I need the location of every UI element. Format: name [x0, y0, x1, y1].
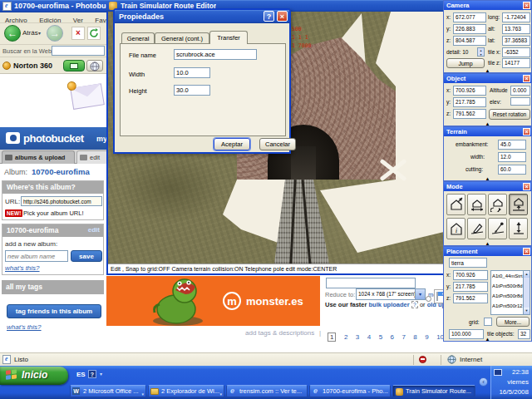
- altitude-field[interactable]: 0.000: [510, 86, 530, 96]
- uploader-radio[interactable]: [426, 296, 431, 302]
- pick-url-link[interactable]: Pick your album URL!: [23, 209, 84, 217]
- start-button[interactable]: Inicio: [0, 367, 68, 385]
- embankment-field[interactable]: 45.0: [498, 140, 526, 150]
- mode-rotate-object-button[interactable]: [488, 194, 507, 215]
- placement-z-field[interactable]: 791.562: [453, 293, 488, 303]
- dialog-close-button[interactable]: ×: [277, 11, 288, 22]
- forward-button[interactable]: →: [47, 25, 63, 42]
- page-4[interactable]: 4: [367, 333, 371, 341]
- dialog-tab-transfer[interactable]: Transfer: [209, 31, 248, 44]
- placement-panel-titlebar[interactable]: Placement: [444, 247, 531, 256]
- object-z-field[interactable]: 791.562: [453, 109, 486, 119]
- group-dropdown-icon[interactable]: ▾: [141, 389, 144, 397]
- list-scrollbar[interactable]: ▲ ▼: [523, 271, 530, 314]
- cutting-field[interactable]: 60.0: [498, 165, 526, 175]
- taskbar-button-trensim[interactable]: e trensim.com :: Ver te...: [226, 385, 308, 397]
- page-2[interactable]: 2: [344, 333, 347, 341]
- norton-globe-button[interactable]: [86, 60, 103, 71]
- whats-this-link-2[interactable]: what's this?: [7, 323, 42, 331]
- mode-terrain-sample-button[interactable]: [488, 218, 507, 239]
- object-close-icon[interactable]: ×: [523, 75, 530, 82]
- back-dropdown-icon[interactable]: ▾: [38, 30, 41, 36]
- reduce-dropdown[interactable]: 1024 x 768 (17" screen) ▾: [356, 288, 426, 300]
- taskbar-button-explorer[interactable]: 2 Explorador de Wi... ▾: [148, 385, 224, 397]
- page-current[interactable]: 1: [328, 332, 336, 342]
- display-tray-icon[interactable]: [494, 369, 502, 376]
- back-label[interactable]: Atrás: [22, 29, 38, 37]
- mode-raise-object-button[interactable]: [509, 194, 528, 215]
- reset-rotation-button[interactable]: Reset rotation: [489, 109, 530, 120]
- security-alert-icon[interactable]: [419, 356, 426, 363]
- camera-panel-titlebar[interactable]: Camera: [444, 1, 531, 10]
- group-dropdown-icon[interactable]: ▾: [219, 389, 222, 397]
- monster-ad-banner[interactable]: m monster.es: [106, 276, 320, 326]
- placement-name-input[interactable]: [449, 258, 487, 268]
- new-album-input[interactable]: [5, 250, 68, 262]
- terrain-panel-titlebar[interactable]: Terrain: [444, 127, 531, 136]
- camera-close-icon[interactable]: ×: [523, 2, 530, 9]
- bulk-uploader-link[interactable]: bulk uploader: [369, 301, 410, 308]
- album-name-link[interactable]: 10700-eurofima: [32, 167, 90, 176]
- camera-x-field[interactable]: 672.077: [453, 12, 486, 22]
- jump-button[interactable]: Jump: [446, 58, 485, 68]
- taskbar-button-office[interactable]: W 2 Microsoft Office ... ▾: [70, 385, 146, 397]
- terrain-width-field[interactable]: 12.0: [498, 152, 526, 162]
- mode-panel-titlebar[interactable]: Mode: [444, 182, 531, 191]
- tile-objects-field[interactable]: 32: [518, 329, 530, 339]
- more-button[interactable]: More...: [496, 317, 530, 327]
- object-y-field[interactable]: 217.785: [453, 97, 486, 107]
- file-name-input[interactable]: [174, 49, 257, 60]
- scroll-up-icon[interactable]: ▲: [524, 271, 530, 278]
- language-indicator[interactable]: ES: [76, 371, 86, 378]
- camera-z-field[interactable]: 804.587: [453, 36, 486, 46]
- edit-album-link[interactable]: edit: [88, 226, 100, 234]
- dialog-tab-general-cont[interactable]: General (cont.): [155, 32, 209, 44]
- grid-checkbox[interactable]: [484, 318, 492, 326]
- placement-x-field[interactable]: 700.926: [453, 270, 488, 280]
- mode-terrain-pencil-button[interactable]: [467, 218, 486, 239]
- album-url-input[interactable]: [21, 196, 102, 206]
- tab-albums-upload[interactable]: albums & upload: [2, 150, 75, 164]
- tray-date[interactable]: 16/5/2008: [499, 388, 529, 396]
- placement-collapse-icon[interactable]: ▲: [484, 337, 492, 342]
- tray-chevron-button[interactable]: ‹: [479, 377, 488, 387]
- description-input[interactable]: [326, 278, 416, 288]
- x-marker[interactable]: [376, 153, 411, 188]
- camera-long-field[interactable]: -1.72404: [502, 12, 530, 22]
- detail-spinner[interactable]: ▴▾: [477, 47, 485, 57]
- bulk-help-icon[interactable]: ?: [411, 301, 418, 308]
- page-7[interactable]: 7: [401, 333, 405, 341]
- mode-adjust-height-button[interactable]: [509, 218, 528, 239]
- tag-friends-button[interactable]: tag friends in this album: [7, 304, 101, 318]
- object-panel-titlebar[interactable]: Object: [444, 74, 531, 83]
- mode-close-icon[interactable]: ×: [523, 183, 530, 190]
- mode-place-object-button[interactable]: [446, 194, 466, 215]
- page-6[interactable]: 6: [391, 333, 394, 341]
- camera-tilez-field[interactable]: 14177: [502, 58, 530, 68]
- camera-y-field[interactable]: 226.883: [453, 24, 486, 34]
- tray-time[interactable]: 22:38: [512, 368, 529, 376]
- norton-monitor-button[interactable]: [63, 60, 85, 71]
- toolbar-chevron-icon[interactable]: ▾: [100, 371, 102, 377]
- camera-lat-field[interactable]: 37.36583: [502, 36, 530, 46]
- add-tags-link[interactable]: add tags & descriptions: [245, 329, 314, 337]
- placement-y-field[interactable]: 217.785: [453, 282, 488, 292]
- dialog-tab-general[interactable]: General: [121, 32, 155, 44]
- page-9[interactable]: 9: [425, 333, 428, 341]
- object-x-field[interactable]: 700.926: [453, 86, 486, 96]
- page-8[interactable]: 8: [413, 333, 416, 341]
- width-input[interactable]: [174, 67, 210, 78]
- mode-move-object-button[interactable]: [467, 194, 486, 215]
- camera-alt-field[interactable]: 13.763: [502, 24, 530, 34]
- elev-field[interactable]: [510, 97, 530, 106]
- placement-close-icon[interactable]: ×: [523, 248, 530, 255]
- terrain-close-icon[interactable]: ×: [523, 128, 530, 135]
- camera-tilex-field[interactable]: -6352: [502, 47, 530, 57]
- save-album-button[interactable]: save: [71, 250, 102, 262]
- taskbar-button-photobucket[interactable]: e 10700-eurofima - Pho...: [309, 385, 391, 397]
- help-tray-icon[interactable]: ?: [88, 370, 96, 378]
- scale-field[interactable]: 100.000: [449, 329, 484, 339]
- height-input[interactable]: [174, 85, 210, 96]
- dialog-help-button[interactable]: ?: [264, 11, 274, 22]
- back-button[interactable]: ←: [4, 25, 21, 42]
